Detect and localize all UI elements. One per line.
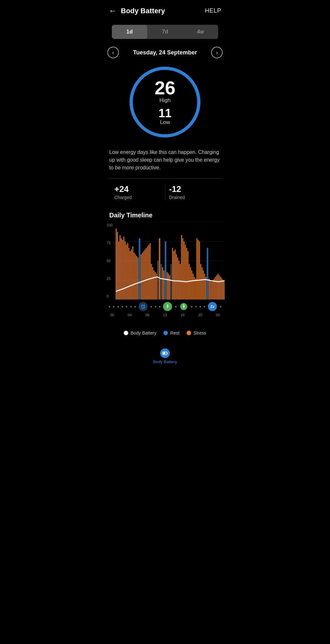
svg-rect-34: [153, 270, 154, 299]
svg-rect-76: [210, 280, 211, 299]
timeline-dot: [199, 306, 201, 308]
legend-body-battery: Body Battery: [124, 330, 156, 336]
timeline-dot: [130, 306, 132, 308]
x-label-20: 20: [195, 313, 205, 317]
walk-icon: [163, 302, 172, 311]
legend-label-stress: Stress: [193, 330, 206, 336]
timeline-dot: [204, 306, 205, 308]
x-label-16: 16: [178, 313, 188, 317]
svg-rect-59: [188, 251, 189, 299]
svg-rect-67: [198, 240, 199, 299]
tab-7d[interactable]: 7d: [147, 25, 183, 39]
svg-rect-29: [147, 246, 148, 299]
drained-stat: -12 Drained: [165, 184, 220, 200]
svg-rect-49: [175, 250, 176, 299]
svg-rect-16: [130, 251, 131, 299]
svg-rect-45: [169, 275, 170, 299]
svg-rect-73: [205, 277, 206, 299]
legend-stress: Stress: [187, 330, 206, 336]
svg-rect-32: [151, 264, 152, 299]
svg-rect-38: [159, 238, 160, 299]
svg-rect-10: [122, 240, 123, 299]
legend-label-rest: Rest: [170, 330, 180, 336]
svg-rect-9: [121, 238, 122, 299]
svg-rect-78: [212, 280, 213, 299]
legend-label-body-battery: Body Battery: [131, 330, 156, 336]
svg-rect-42: [165, 242, 166, 299]
svg-rect-6: [117, 232, 118, 299]
svg-rect-58: [186, 248, 187, 299]
date-navigation: ‹ Tuesday, 24 September ›: [102, 44, 228, 63]
svg-rect-83: [219, 275, 220, 299]
svg-rect-44: [168, 274, 169, 299]
x-label-00: 00: [107, 313, 117, 317]
legend-dot-blue: [163, 331, 168, 335]
svg-rect-61: [190, 267, 191, 299]
svg-point-93: [167, 304, 168, 305]
svg-rect-66: [197, 238, 198, 299]
y-label-50: 50: [107, 259, 114, 263]
svg-rect-50: [176, 254, 177, 299]
svg-rect-26: [143, 251, 144, 299]
svg-rect-68: [199, 242, 200, 299]
svg-rect-84: [220, 277, 221, 299]
tab-1d[interactable]: 1d: [112, 25, 147, 39]
bottom-nav-body-battery[interactable]: Body Battery: [148, 347, 182, 365]
svg-rect-97: [163, 352, 166, 354]
svg-rect-72: [204, 274, 205, 299]
svg-rect-39: [160, 264, 162, 299]
timeline-dot: [126, 306, 127, 308]
legend-dot-orange: [187, 331, 191, 335]
timeline-dot: [220, 306, 221, 308]
y-label-100: 100: [107, 223, 114, 227]
sleep-icon: Zz: [208, 302, 217, 311]
chevron-left-icon: ‹: [112, 49, 114, 56]
charged-value: +24: [114, 184, 161, 194]
body-battery-gauge: 26 High 11 Low: [102, 67, 228, 137]
svg-rect-81: [216, 275, 217, 299]
timeline-dot: [117, 306, 119, 308]
svg-rect-17: [131, 250, 132, 299]
bottom-navigation: Body Battery: [102, 342, 228, 372]
alarm-icon: [139, 302, 148, 311]
bottom-nav-icon: [160, 348, 170, 358]
page-title: Body Battery: [121, 7, 205, 15]
svg-rect-30: [148, 245, 149, 299]
charged-label: Charged: [114, 195, 161, 200]
timeline-dot: [150, 306, 152, 308]
svg-rect-14: [127, 243, 128, 299]
svg-rect-77: [211, 282, 212, 299]
gauge-circle: 26 High 11 Low: [130, 67, 200, 137]
x-label-08: 08: [142, 313, 152, 317]
gauge-low-label: Low: [160, 119, 170, 126]
prev-date-button[interactable]: ‹: [107, 47, 119, 58]
svg-rect-33: [152, 267, 153, 299]
svg-point-94: [183, 304, 184, 305]
svg-rect-56: [184, 242, 185, 299]
svg-rect-5: [116, 229, 117, 299]
svg-rect-13: [126, 245, 127, 299]
help-button[interactable]: HELP: [205, 7, 221, 14]
drained-label: Drained: [169, 195, 216, 200]
drained-value: -12: [169, 184, 216, 194]
x-label-24: 00: [213, 313, 223, 317]
svg-rect-15: [129, 248, 130, 299]
x-axis-labels: 00 04 08 12 16 20 00: [107, 312, 223, 317]
svg-rect-23: [139, 238, 141, 299]
stats-row: +24 Charged -12 Drained: [108, 178, 222, 206]
back-button[interactable]: ←: [109, 6, 117, 16]
tab-4w[interactable]: 4w: [183, 25, 218, 39]
gauge-low-value: 11: [159, 108, 171, 119]
svg-rect-35: [155, 272, 156, 299]
svg-rect-21: [136, 256, 137, 299]
svg-rect-20: [135, 254, 136, 299]
legend-rest: Rest: [163, 330, 180, 336]
gauge-high-value: 26: [155, 79, 176, 97]
timeline-dot: [159, 306, 160, 308]
chart-legend: Body Battery Rest Stress: [102, 325, 228, 339]
svg-rect-87: [224, 282, 225, 299]
x-label-04: 04: [125, 313, 135, 317]
timeline-dot: [109, 306, 110, 308]
next-date-button[interactable]: ›: [211, 47, 223, 58]
timeline-dot: [113, 306, 114, 308]
